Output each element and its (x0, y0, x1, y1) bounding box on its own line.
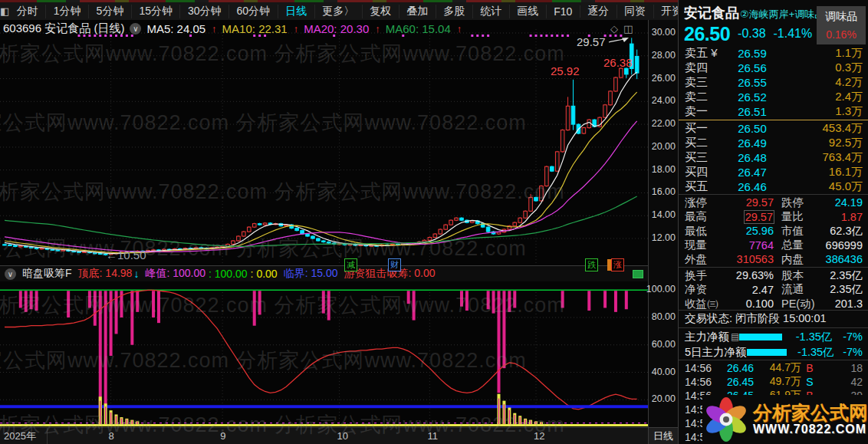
tab-30min[interactable]: 30分钟 (180, 5, 229, 18)
btn-huaxian[interactable]: 画线 (510, 5, 547, 18)
fund-flow-5d-row[interactable]: 5日主力净额 -1.35亿 -7% (679, 344, 868, 360)
price-axis: 30.0028.0026.0024.0022.0020.0018.0016.00… (648, 20, 678, 427)
tab-15min[interactable]: 15分钟 (132, 5, 181, 18)
window-layout-icon[interactable]: ◧ (0, 5, 9, 17)
last-price: 26.50 (684, 23, 730, 45)
axis-year-label: 2025年 (0, 428, 48, 444)
indicator-tick-label: 40.00 (652, 367, 676, 377)
ask-price: 26.55 (725, 76, 780, 89)
chevron-down-icon[interactable]: ∨ (130, 23, 141, 35)
svg-text:25.92: 25.92 (551, 64, 580, 77)
bid-volume: 45.0万 (780, 179, 863, 194)
bid-price: 26.46 (725, 180, 780, 193)
event-marker-icon[interactable]: 财 (388, 258, 401, 271)
bid-row-4[interactable]: 买四26.4716.1万 (679, 165, 868, 179)
month-tick-label: 10 (337, 428, 348, 444)
flow-label: 5日主力净额 (685, 345, 747, 360)
bid-price: 26.49 (725, 136, 780, 150)
event-marker-icon[interactable]: 跌 (585, 258, 598, 271)
btn-f10[interactable]: F10 (547, 5, 580, 18)
indicator-tick-label: 20.00 (652, 393, 676, 404)
stat-row: 涨停29.57跌停24.19 (679, 196, 868, 210)
ask-label: 卖三 (685, 75, 725, 90)
bid-price: 26.50 (725, 122, 780, 135)
ask-volume: 1.1万 (780, 46, 863, 61)
tab-daily[interactable]: 日线 (278, 5, 315, 18)
stat-row: 最高29.57量比1.87 (679, 210, 868, 225)
svg-text:←10.50: ←10.50 (106, 248, 146, 261)
event-marker-icon[interactable]: 涨 (611, 258, 624, 271)
ma10-up-arrow-icon: ↑ (294, 23, 299, 35)
ask-label: 卖四 (685, 61, 725, 75)
bid-price: 26.47 (725, 166, 780, 179)
tab-fenshi[interactable]: 分时 (9, 5, 46, 18)
btn-fuquan[interactable]: 复权 (363, 5, 399, 18)
watermark-site-url: WWW.70822.COM (753, 423, 868, 436)
toolbar: ◧ 分时 1分钟 5分钟 15分钟 30分钟 60分钟 日线 更多〉 复权 叠加… (0, 2, 678, 21)
ma20-value: MA20: 20.30 (304, 22, 369, 35)
indicator-chart[interactable] (0, 281, 648, 427)
bid-row-3[interactable]: 买三26.48763.4万 (679, 150, 868, 165)
month-tick-label: 8 (109, 428, 114, 444)
period-label[interactable]: 日线 (648, 427, 678, 444)
tab-60min[interactable]: 60分钟 (229, 5, 278, 18)
indicator-area[interactable] (0, 281, 648, 427)
stat-row: 净资2.47流通2.35亿 (679, 283, 868, 298)
btn-zhufen[interactable]: 逐分 (580, 5, 617, 18)
tick-row[interactable]: 14:5626.4644.7万B18 (679, 361, 868, 375)
main-chart-area[interactable]: 29.5725.9226.38←10.50 (0, 20, 648, 265)
indicator-stat-peak: 峰值: 100.00 (145, 267, 205, 281)
tab-more[interactable]: 更多〉 (315, 5, 363, 18)
price-tick-label: 28.00 (652, 50, 676, 61)
btn-tongji[interactable]: 统计 (473, 5, 510, 18)
ask-row-4[interactable]: 卖四26.560.3万 (679, 61, 868, 75)
price-change: -0.38 (738, 27, 765, 41)
tick-row[interactable]: 14:5626.4549.7万S42 (679, 375, 868, 389)
bid-row-2[interactable]: 买二26.4992.5万 (679, 136, 868, 150)
ma60-value: MA60: 15.04 (386, 22, 451, 35)
price-tick-label: 30.00 (652, 27, 676, 38)
chevron-down-icon[interactable]: ∨ (5, 268, 16, 280)
indicator-name[interactable]: 暗盘吸筹F (22, 267, 72, 281)
indicator-stat-threshold: 临界: 15.00 (284, 267, 338, 281)
ask-row-2[interactable]: 卖二26.522.4万 (679, 90, 868, 104)
stock-name: 安记食品 (684, 4, 739, 22)
ask-volume: 2.4万 (780, 90, 863, 104)
tab-5min[interactable]: 5分钟 (89, 5, 132, 18)
stock-code-title: 603696 安记食品 (日线) (3, 21, 124, 36)
mini-chart-icon[interactable] (633, 270, 643, 278)
candlestick-chart[interactable]: 29.5725.9226.38←10.50 (0, 20, 648, 265)
event-marker-icon[interactable]: 减 (344, 258, 357, 271)
flow-label: 主力净额 (685, 330, 729, 344)
btn-duogu[interactable]: 多股 (436, 5, 473, 18)
ma5-value: MA5: 24.05 (146, 22, 205, 35)
bid-label: 买四 (685, 165, 725, 179)
bid-row-1[interactable]: 买一26.50453.4万 (679, 121, 868, 136)
tab-1min[interactable]: 1分钟 (46, 5, 89, 18)
list-icon[interactable]: ▤ (731, 331, 739, 342)
bid-volume: 453.4万 (780, 121, 863, 136)
sector-change-pct: 0.16% (817, 28, 866, 41)
ask-row-1[interactable]: 卖一26.511.3万 (679, 104, 868, 119)
ask-row-3[interactable]: 卖三26.554.2万 (679, 75, 868, 90)
indicator-stat-topbottom: 顶底: 14.98 (78, 267, 133, 281)
time-axis: 2025年 89101112 (0, 427, 678, 444)
quote-price-row: 26.50 -0.38 -1.41% (684, 23, 812, 44)
split-panel-icon[interactable]: ◫ (623, 23, 638, 35)
btn-diejia[interactable]: 叠加 (399, 5, 436, 18)
main-fund-flow-row[interactable]: 主力净额 ▤ -1.35亿 -7% (679, 329, 868, 344)
ask-label: 卖一 (685, 104, 725, 119)
ask-price: 26.51 (725, 105, 780, 118)
stat-row: 外盘310563内盘386436 (679, 252, 868, 267)
ask-row-5[interactable]: 卖五 ¥26.591.1万 (679, 46, 868, 61)
chart-corner-icons: ◇◫ (610, 23, 638, 35)
ask-label: 卖五 ¥ (685, 46, 725, 61)
diamond-icon[interactable]: ◇ (610, 23, 623, 35)
flow-pct: -7% (834, 346, 863, 358)
bid-row-5[interactable]: 买五26.4645.0万 (679, 179, 868, 194)
sector-tooltip[interactable]: 调味品 0.16% (817, 6, 866, 44)
btn-tongzi[interactable]: 同资 (617, 5, 654, 18)
trading-app-window: ◧ 分时 1分钟 5分钟 15分钟 30分钟 60分钟 日线 更多〉 复权 叠加… (0, 0, 868, 444)
ask-price: 26.52 (725, 90, 780, 104)
indicator-tick-label: 60.00 (652, 339, 676, 350)
